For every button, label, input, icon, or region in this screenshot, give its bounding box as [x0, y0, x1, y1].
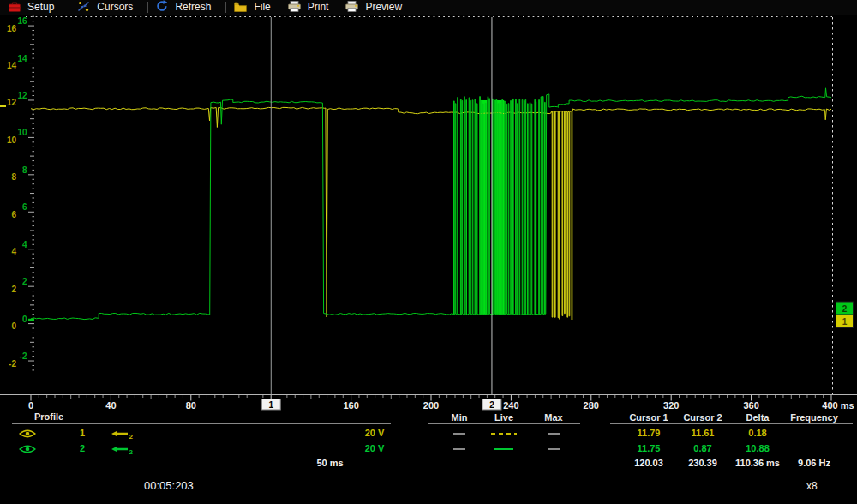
y-axis-label-ch1: 2	[11, 285, 16, 294]
y-axis-label-ch2: 4	[22, 240, 27, 249]
x-axis-label: 320	[663, 400, 679, 411]
x-axis-label: 400 ms	[822, 400, 854, 411]
x-axis-label: 0	[28, 400, 33, 411]
profile-rows: 1220 V11.7911.610.182220 V11.750.8710.88	[0, 411, 857, 458]
speed-label: x8	[806, 480, 818, 492]
ch1-level-tick	[0, 105, 6, 107]
channel-number: 2	[74, 443, 91, 453]
profile-channel-row: 2220 V11.750.8710.88	[0, 443, 857, 457]
y-axis-label-ch2: -2	[20, 351, 27, 361]
ch2-level-tick	[28, 319, 34, 321]
y-axis-label-ch1: 10	[7, 135, 17, 145]
refresh-icon	[156, 0, 168, 15]
menu-preview[interactable]: Preview	[340, 0, 414, 15]
channel-min-dash	[453, 433, 465, 435]
y-axis-label-ch1: 12	[7, 98, 17, 107]
channel-live-swatch	[494, 448, 513, 450]
menu-cursors-label: Cursors	[97, 0, 133, 15]
channel-probe-icon[interactable]: 2	[110, 429, 135, 440]
y-axis-label-ch1: 8	[11, 172, 16, 182]
y-axis-label-ch1: 4	[11, 247, 16, 256]
channel-probe-icon[interactable]: 2	[110, 444, 135, 455]
cursor-axis-box-label: 2	[489, 400, 494, 410]
menu-cursors[interactable]: Cursors	[72, 0, 145, 15]
channel-range: 20 V	[349, 443, 400, 453]
channel-number: 1	[74, 428, 91, 438]
channel-marker-label: 1	[842, 317, 848, 327]
menu-separator	[225, 2, 226, 13]
timebase-value: 50 ms	[296, 458, 364, 468]
menu-print-label: Print	[308, 0, 329, 15]
y-axis-label-ch2: 2	[22, 277, 27, 286]
profile-channel-row: 1220 V11.7911.610.18	[0, 428, 857, 441]
printer-icon	[288, 0, 301, 15]
menu-file-label: File	[254, 0, 270, 15]
x-axis-label: 160	[343, 400, 358, 411]
x-axis-label: 80	[186, 400, 196, 411]
x-axis-label: 200	[423, 400, 439, 411]
y-axis-label-ch1: 14	[7, 61, 17, 70]
x-axis-label: 240	[503, 400, 518, 411]
channel-max-dash	[548, 433, 560, 435]
channel-max-dash	[548, 448, 560, 450]
cursor-frequency: 9.06 Hz	[780, 458, 848, 468]
menu-separator	[69, 2, 69, 13]
x-axis-label: 360	[743, 400, 758, 411]
profile-panel: Profile Min Live Max Cursor 1 Cursor 2 D…	[0, 411, 857, 471]
waveform-channel-2	[31, 88, 831, 320]
y-axis-label-ch1: 16	[7, 24, 17, 33]
menu-print[interactable]: Print	[283, 0, 341, 15]
y-axis-label-ch2: 14	[17, 54, 27, 63]
print-preview-icon	[345, 0, 358, 15]
menu-separator	[147, 2, 148, 13]
channel-min-dash	[453, 448, 465, 450]
y-axis-label-ch2: 10	[17, 128, 27, 137]
channel-marker-label: 2	[842, 304, 848, 314]
waveform-channel-1	[31, 107, 831, 320]
channel-delta-value: 0.18	[723, 428, 792, 438]
y-axis-label-ch2: 6	[22, 202, 27, 212]
file-folder-icon	[234, 0, 247, 15]
menu-setup[interactable]: Setup	[3, 0, 66, 15]
x-axis-label: 280	[584, 400, 599, 411]
y-axis-label-ch1: 6	[11, 210, 16, 219]
menu-bar: Setup Cursors Refresh File Print Preview	[0, 0, 857, 15]
setup-icon	[9, 0, 21, 15]
menu-preview-label: Preview	[365, 0, 402, 15]
playback-time: 00:05:203	[144, 479, 194, 492]
y-axis-label-ch2: 12	[17, 91, 27, 100]
y-axis-label-ch1: 0	[11, 321, 16, 331]
channel-live-swatch	[491, 433, 517, 435]
svg-text:2: 2	[129, 448, 134, 455]
menu-refresh[interactable]: Refresh	[151, 0, 223, 15]
cursors-icon	[77, 0, 90, 15]
channel-delta-value: 10.88	[723, 443, 792, 453]
channel-visible-eye-icon[interactable]	[19, 429, 36, 439]
channel-visible-eye-icon[interactable]	[19, 444, 36, 454]
menu-refresh-label: Refresh	[175, 0, 211, 15]
y-axis-label-ch2: 8	[22, 165, 27, 175]
scope-plot[interactable]: 16161414121210108866442200-2-21204080160…	[0, 15, 857, 411]
y-axis-label-ch1: -2	[9, 359, 16, 369]
x-axis-label: 40	[105, 400, 116, 411]
svg-text:2: 2	[129, 433, 134, 440]
cursor-axis-box-label: 1	[268, 400, 273, 410]
scope-app: { "menu": { "items": [ {"id":"setup","la…	[0, 0, 857, 504]
menu-file[interactable]: File	[229, 0, 282, 15]
transport-bar: 00:05:203 x8	[0, 471, 857, 504]
y-axis-label-ch2: 0	[22, 315, 27, 324]
menu-setup-label: Setup	[27, 0, 54, 15]
y-axis-label-ch2: 16	[17, 16, 27, 26]
channel-range: 20 V	[349, 428, 400, 438]
